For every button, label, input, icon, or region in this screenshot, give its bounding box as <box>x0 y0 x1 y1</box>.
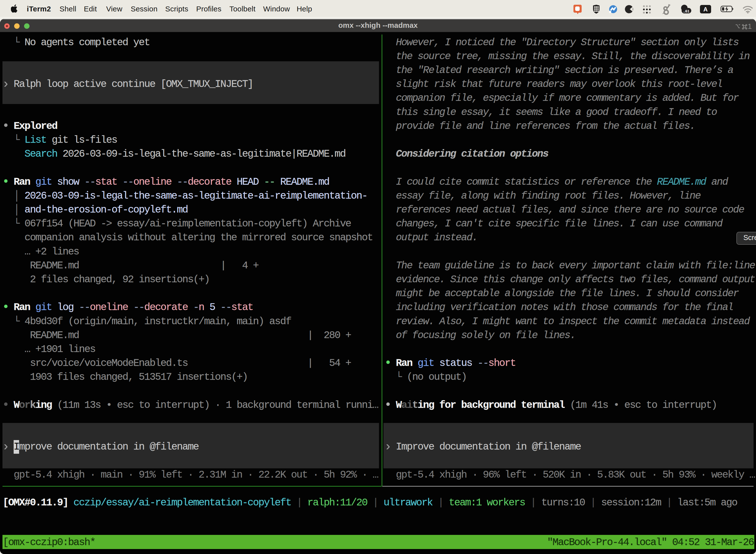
svg-text:..61: ..61 <box>683 9 689 13</box>
svg-text:A: A <box>703 6 708 13</box>
